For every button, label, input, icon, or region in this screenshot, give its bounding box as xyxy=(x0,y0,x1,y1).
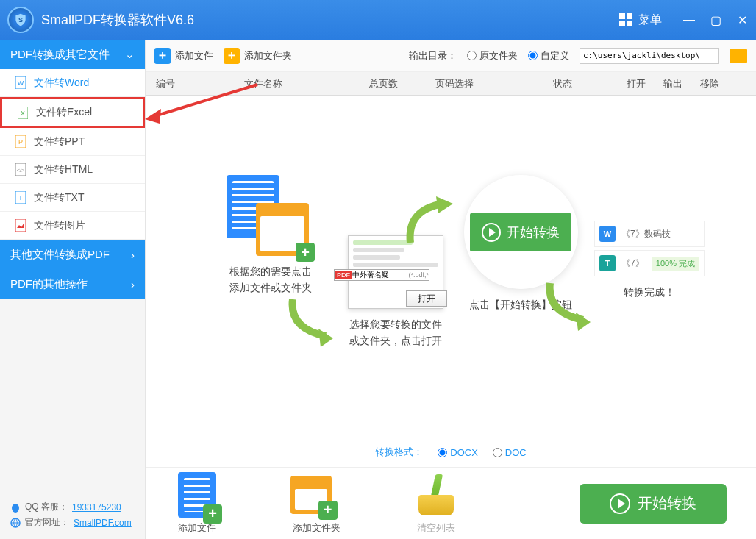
excel-icon: X xyxy=(17,106,29,119)
chevron-right-icon: › xyxy=(131,278,135,290)
word-icon: W xyxy=(15,76,26,90)
sidebar-item-html[interactable]: </> 文件转HTML xyxy=(0,156,145,184)
grid-icon xyxy=(619,13,632,26)
image-icon xyxy=(15,219,26,232)
svg-rect-11 xyxy=(15,219,26,232)
broom-icon xyxy=(418,474,454,515)
play-icon xyxy=(610,493,630,514)
sidebar-item-word[interactable]: W 文件转Word xyxy=(0,69,145,97)
table-header: 编号 文件名称 总页数 页码选择 状态 打开 输出 移除 xyxy=(146,72,756,96)
app-logo: S xyxy=(7,7,34,33)
radio-doc[interactable]: DOC xyxy=(493,447,527,458)
sidebar-section-convert-from-pdf[interactable]: PDF转换成其它文件 ⌄ xyxy=(0,40,145,69)
add-folder-action[interactable]: + 添加文件夹 xyxy=(293,473,340,535)
output-path-input[interactable] xyxy=(580,48,719,64)
svg-text:X: X xyxy=(21,110,25,117)
start-convert-button[interactable]: 开始转换 xyxy=(580,484,727,524)
site-link[interactable]: SmallPDF.com xyxy=(74,518,132,528)
menu-label: 菜单 xyxy=(638,13,662,28)
chevron-right-icon: › xyxy=(131,249,135,261)
sidebar-item-image[interactable]: 文件转图片 xyxy=(0,212,145,240)
browse-folder-button[interactable] xyxy=(730,49,747,63)
tutorial-stage: + + 根据您的需要点击 添加文件或文件夹 PDF中外著名疑(*.pdf;* 打… xyxy=(146,96,756,438)
toolbar: ＋添加文件 ＋添加文件夹 输出目录： 原文件夹 自定义 xyxy=(146,40,756,72)
output-dir-label: 输出目录： xyxy=(409,49,457,63)
clear-list-action[interactable]: 清空列表 xyxy=(414,473,458,535)
add-file-button[interactable]: ＋添加文件 xyxy=(154,48,213,64)
radio-docx[interactable]: DOCX xyxy=(438,447,478,458)
col-open: 打开 xyxy=(627,77,663,90)
result-row: W《7》数码技 xyxy=(594,221,705,247)
app-title: SmallPDF转换器软件V6.6 xyxy=(41,11,619,29)
ppt-icon: P xyxy=(15,135,26,149)
radio-custom-folder[interactable]: 自定义 xyxy=(528,49,569,63)
col-output: 输出 xyxy=(663,77,700,90)
sidebar-item-ppt[interactable]: P 文件转PPT xyxy=(0,128,145,156)
globe-icon xyxy=(10,518,21,528)
shield-icon: S xyxy=(13,13,28,27)
col-range: 页码选择 xyxy=(435,77,553,90)
plus-icon: ＋ xyxy=(154,48,171,64)
sidebar-item-txt[interactable]: T 文件转TXT xyxy=(0,184,145,212)
add-file-action[interactable]: + 添加文件 xyxy=(175,473,219,535)
menu-button[interactable]: 菜单 xyxy=(619,13,662,28)
sidebar: PDF转换成其它文件 ⌄ W 文件转Word X 文件转Excel P 文件转P… xyxy=(0,40,146,539)
radio-original-folder[interactable]: 原文件夹 xyxy=(467,49,518,63)
svg-point-12 xyxy=(12,504,19,513)
qq-icon xyxy=(10,502,21,513)
maximize-button[interactable]: ▢ xyxy=(709,13,722,27)
format-label: 转换格式： xyxy=(375,446,423,459)
step4-caption: 转换完成！ xyxy=(568,284,730,300)
svg-text:P: P xyxy=(18,138,23,146)
main-panel: ＋添加文件 ＋添加文件夹 输出目录： 原文件夹 自定义 编号 文件名称 总页数 … xyxy=(146,40,756,539)
titlebar: S SmallPDF转换器软件V6.6 菜单 ― ▢ ✕ xyxy=(0,0,756,40)
sidebar-footer: QQ 客服： 1933175230 官方网址： SmallPDF.com xyxy=(0,493,145,539)
svg-text:W: W xyxy=(18,79,24,87)
sidebar-item-excel[interactable]: X 文件转Excel xyxy=(0,97,145,128)
col-remove: 移除 xyxy=(700,77,737,90)
bottom-actions: + 添加文件 + 添加文件夹 清空列表 开始转换 xyxy=(146,467,756,539)
format-bar: 转换格式： DOCX DOC xyxy=(146,438,756,467)
qq-link[interactable]: 1933175230 xyxy=(72,502,121,513)
step2-caption: 选择您要转换的文件 或文件夹，点击打开 xyxy=(315,316,477,349)
html-icon: </> xyxy=(15,163,26,176)
add-folder-button[interactable]: ＋添加文件夹 xyxy=(224,48,292,64)
step-done: W《7》数码技 T《7》100% 完成 转换完成！ xyxy=(568,221,730,300)
close-button[interactable]: ✕ xyxy=(735,13,749,27)
svg-text:</>: </> xyxy=(17,168,24,173)
minimize-button[interactable]: ― xyxy=(682,13,696,27)
chevron-down-icon: ⌄ xyxy=(125,48,135,61)
start-convert-mock: 开始转换 xyxy=(470,213,571,251)
col-pages: 总页数 xyxy=(369,77,435,90)
result-row: T《7》100% 完成 xyxy=(594,250,705,276)
col-filename: 文件名称 xyxy=(244,77,369,90)
sidebar-section-convert-to-pdf[interactable]: 其他文件转换成PDF › xyxy=(0,240,145,269)
col-number: 编号 xyxy=(156,77,244,90)
folder-icon: + xyxy=(256,203,309,256)
svg-text:T: T xyxy=(18,194,23,201)
col-status: 状态 xyxy=(553,77,627,90)
txt-icon: T xyxy=(15,191,26,204)
dialog-mock: PDF中外著名疑(*.pdf;* 打开 xyxy=(348,235,443,309)
sidebar-section-pdf-other[interactable]: PDF的其他操作 › xyxy=(0,269,145,299)
svg-text:S: S xyxy=(18,16,23,24)
folder-plus-icon: ＋ xyxy=(224,48,240,64)
play-icon xyxy=(482,223,501,242)
